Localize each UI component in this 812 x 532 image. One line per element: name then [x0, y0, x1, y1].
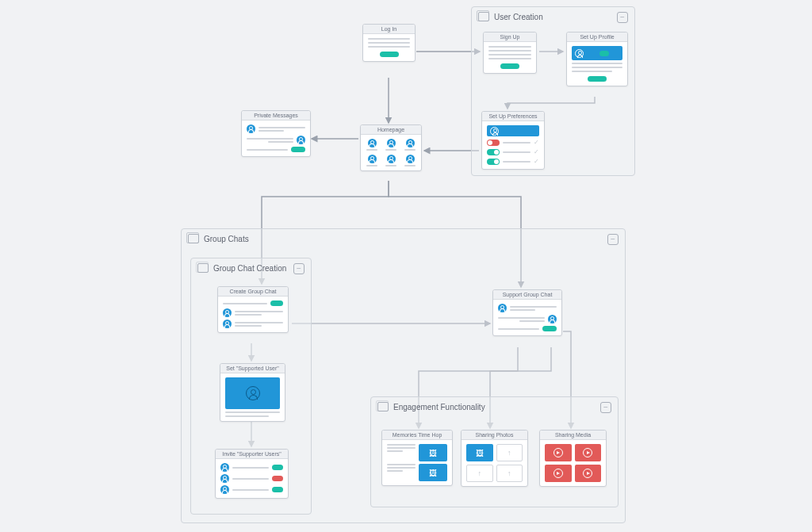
avatar-icon — [387, 155, 396, 163]
play-icon — [553, 469, 563, 478]
card-title: Set Up Profile — [567, 33, 627, 42]
group-label: Engagement Functionality — [393, 403, 485, 411]
avatar-icon — [247, 124, 255, 133]
check-icon: ✓ — [534, 158, 539, 165]
play-icon — [583, 448, 592, 457]
action-pill — [272, 476, 283, 481]
avatar-icon — [406, 155, 415, 163]
action-pill — [270, 300, 283, 306]
play-icon — [583, 469, 592, 478]
avatar-icon — [368, 139, 377, 147]
collapse-button[interactable]: − — [600, 402, 611, 413]
action-pill — [272, 487, 283, 492]
toggle-icon — [487, 149, 500, 155]
card-title: Invite "Supporter Users" — [216, 450, 288, 459]
group-label: Group Chat Creation — [213, 264, 286, 273]
avatar-icon — [406, 139, 415, 147]
card-title: Sign Up — [484, 33, 536, 42]
card-title: Memories Time Hop — [382, 431, 452, 440]
submit-pill — [380, 52, 399, 57]
action-pill — [272, 465, 283, 470]
stack-icon — [377, 402, 389, 411]
toggle-icon — [487, 159, 500, 165]
submit-pill — [588, 76, 607, 82]
card-signup[interactable]: Sign Up — [483, 32, 537, 74]
stack-icon — [188, 234, 199, 243]
card-memories[interactable]: Memories Time Hop 🖼 🖼 — [381, 430, 453, 486]
image-icon: 🖼 — [476, 449, 484, 457]
collapse-button[interactable]: − — [293, 263, 304, 274]
collapse-button[interactable]: − — [607, 234, 619, 245]
card-title: Private Messages — [242, 111, 310, 121]
avatar-outline-icon — [246, 386, 260, 400]
image-icon: 🖼 — [429, 449, 437, 457]
check-icon: ✓ — [534, 148, 539, 155]
card-preferences[interactable]: Set Up Preferences ✓ ✓ ✓ — [481, 111, 545, 170]
card-homepage[interactable]: Homepage — [360, 124, 422, 171]
avatar-icon — [498, 304, 507, 312]
group-label: Group Chats — [204, 235, 249, 243]
card-create-group-chat[interactable]: Create Group Chat — [217, 286, 289, 333]
upload-slot: ↑ — [496, 444, 523, 461]
play-icon — [553, 448, 563, 457]
upload-slot: ↑ — [466, 465, 493, 482]
card-private-messages[interactable]: Private Messages — [241, 110, 311, 157]
card-login[interactable]: Log In — [362, 24, 416, 62]
collapse-button[interactable]: − — [617, 12, 628, 23]
send-pill — [542, 326, 557, 331]
toggle-icon — [487, 140, 500, 146]
card-title: Set Up Preferences — [482, 112, 544, 121]
group-header: User Creation — [478, 12, 543, 21]
group-header: Group Chats — [188, 234, 249, 243]
group-header: Engagement Functionality — [377, 402, 485, 411]
avatar-icon — [368, 155, 377, 163]
avatar-icon — [220, 485, 229, 494]
card-title: Log In — [363, 25, 415, 34]
group-header: Group Chat Creation — [197, 263, 286, 273]
card-profile[interactable]: Set Up Profile — [566, 32, 628, 86]
avatar-icon — [223, 320, 232, 328]
submit-pill — [500, 63, 519, 69]
card-invite-supporter[interactable]: Invite "Supporter Users" — [215, 449, 289, 499]
card-title: Sharing Media — [540, 431, 606, 440]
image-icon: 🖼 — [429, 469, 437, 477]
card-title: Sharing Photos — [462, 431, 527, 440]
card-set-supported-user[interactable]: Set "Supported User" — [220, 363, 285, 422]
stack-icon — [197, 263, 209, 273]
stack-icon — [478, 12, 489, 21]
avatar-icon — [220, 474, 229, 483]
card-support-group-chat[interactable]: Support Group Chat — [492, 289, 562, 336]
card-title: Support Group Chat — [493, 290, 561, 300]
avatar-icon — [387, 139, 396, 147]
send-pill — [291, 147, 305, 152]
avatar-icon — [220, 463, 229, 472]
card-title: Set "Supported User" — [220, 364, 285, 373]
avatar-icon — [297, 136, 305, 144]
card-sharing-photos[interactable]: Sharing Photos 🖼 ↑ ↑ ↑ — [461, 430, 528, 487]
avatar-icon — [575, 49, 584, 58]
avatar-icon — [223, 308, 232, 317]
avatar-icon — [490, 127, 499, 136]
upload-slot: ↑ — [496, 465, 523, 482]
card-title: Homepage — [361, 125, 421, 135]
avatar-icon — [548, 315, 557, 323]
group-label: User Creation — [494, 13, 543, 21]
check-icon: ✓ — [534, 139, 539, 146]
card-sharing-media[interactable]: Sharing Media — [539, 430, 607, 487]
card-title: Create Group Chat — [218, 287, 288, 297]
